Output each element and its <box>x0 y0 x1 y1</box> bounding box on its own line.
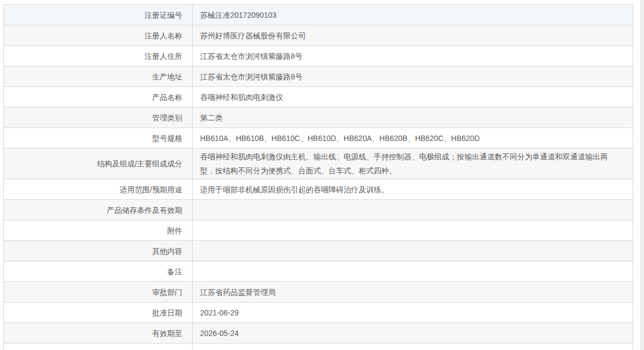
row-label: 备注 <box>4 261 193 282</box>
row-value: 2021-06-29 <box>193 302 633 323</box>
row-value: 江苏省太仓市浏河镇紫藤路8号 <box>193 46 633 66</box>
row-value: 第二类 <box>193 107 633 128</box>
table-row: 生产地址 江苏省太仓市浏河镇紫藤路8号 <box>4 66 633 87</box>
table-row: 适用范围/预期用途 适用于咽部非机械原因损伤引起的吞咽障碍治疗及训练。 <box>4 179 633 200</box>
row-label: 变更情况 <box>4 344 193 350</box>
row-label: 管理类别 <box>4 107 193 128</box>
table-row: 管理类别 第二类 <box>4 107 633 128</box>
table-row: 注册人名称 苏州好博医疗器械股份有限公司 <box>4 25 633 46</box>
row-label: 批准日期 <box>4 302 193 323</box>
row-label: 有效期至 <box>4 323 193 344</box>
scrollbar-track[interactable] <box>640 0 644 350</box>
row-label: 产品名称 <box>4 87 193 107</box>
row-value: HB610A、HB610B、HB610C、HB610D、HB620A、HB620… <box>193 128 633 149</box>
row-value: 江苏省药品监督管理局 <box>193 282 633 302</box>
row-label: 适用范围/预期用途 <box>4 179 193 200</box>
row-label: 附件 <box>4 220 193 241</box>
row-label: 型号规格 <box>4 128 193 149</box>
table-row: 备注 <box>4 261 633 282</box>
row-label: 注册证编号 <box>4 5 193 25</box>
table-row: 批准日期 2021-06-29 <box>4 302 633 323</box>
table-row: 型号规格 HB610A、HB610B、HB610C、HB610D、HB620A、… <box>4 128 633 149</box>
registration-detail-table: 注册证编号 苏械注准20172090103 注册人名称 苏州好博医疗器械股份有限… <box>3 4 633 350</box>
row-label: 审批部门 <box>4 282 193 302</box>
table-row: 附件 <box>4 220 633 241</box>
row-label: 生产地址 <box>4 66 193 87</box>
row-value: 适用于咽部非机械原因损伤引起的吞咽障碍治疗及训练。 <box>193 179 633 200</box>
row-value: 苏州好博医疗器械股份有限公司 <box>193 25 633 46</box>
table-row: 结构及组成/主要组成成分 吞咽神经和肌肉电刺激仪由主机、输出线、电源线、手持控制… <box>4 149 633 179</box>
table-row: 有效期至 2026-05-24 <box>4 323 633 344</box>
row-value: 吞咽神经和肌肉电刺激仪 <box>193 87 633 107</box>
row-value <box>193 261 633 282</box>
row-label: 结构及组成/主要组成成分 <box>4 149 193 179</box>
registration-detail-table-body: 注册证编号 苏械注准20172090103 注册人名称 苏州好博医疗器械股份有限… <box>4 5 633 350</box>
row-value: 2026-05-24 <box>193 323 633 344</box>
row-label: 产品储存条件及有效期 <box>4 200 193 220</box>
row-label: 其他内容 <box>4 241 193 261</box>
table-row: 产品名称 吞咽神经和肌肉电刺激仪 <box>4 87 633 107</box>
table-row: 注册人住所 江苏省太仓市浏河镇紫藤路8号 <box>4 46 633 66</box>
table-row: 注册证编号 苏械注准20172090103 <box>4 5 633 25</box>
row-value <box>193 344 633 350</box>
row-label: 注册人住所 <box>4 46 193 66</box>
page: 注册证编号 苏械注准20172090103 注册人名称 苏州好博医疗器械股份有限… <box>0 0 644 350</box>
table-row: 审批部门 江苏省药品监督管理局 <box>4 282 633 302</box>
table-row: 其他内容 <box>4 241 633 261</box>
row-value <box>193 241 633 261</box>
row-value: 吞咽神经和肌肉电刺激仪由主机、输出线、电源线、手持控制器、电极组成；按输出通道数… <box>193 149 633 179</box>
row-value: 江苏省太仓市浏河镇紫藤路8号 <box>193 66 633 87</box>
row-value: 苏械注准20172090103 <box>193 5 633 25</box>
row-value <box>193 220 633 241</box>
row-label: 注册人名称 <box>4 25 193 46</box>
table-row: 产品储存条件及有效期 <box>4 200 633 220</box>
table-row: 变更情况 <box>4 344 633 350</box>
row-value <box>193 200 633 220</box>
